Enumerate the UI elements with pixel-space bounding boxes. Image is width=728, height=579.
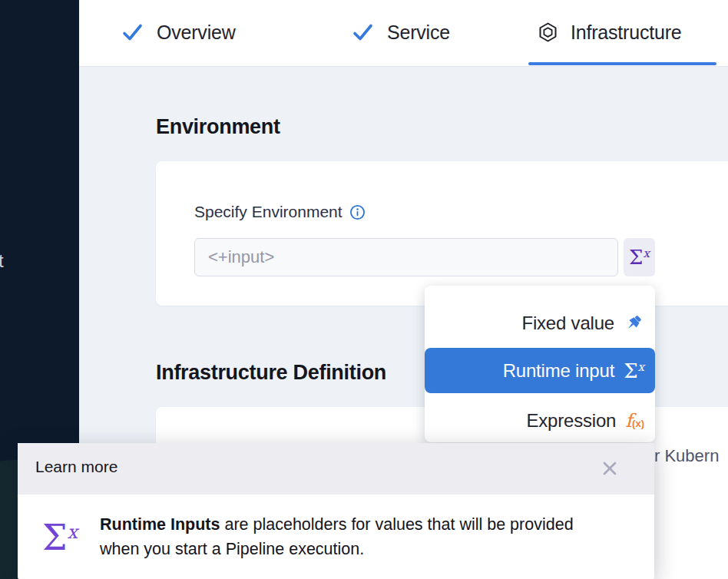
- sidebar-label-fragment: t: [0, 250, 4, 272]
- learn-more-body: Σx Runtime Inputs are placeholders for v…: [18, 495, 654, 579]
- pin-icon: [624, 313, 644, 334]
- tab-service-label: Service: [387, 22, 450, 44]
- dropdown-item-expression[interactable]: Expression f(x): [425, 399, 655, 442]
- infrastructure-section-title: Infrastructure Definition: [156, 361, 386, 385]
- environment-card: Specify Environment Σx: [156, 161, 728, 306]
- hexagon-icon: [538, 22, 558, 43]
- value-type-toggle-button[interactable]: Σx: [624, 238, 655, 276]
- dropdown-item-runtime-input[interactable]: Runtime input Σx: [425, 348, 655, 393]
- learn-more-header: Learn more: [18, 443, 654, 495]
- tab-infrastructure-label: Infrastructure: [571, 22, 681, 44]
- environment-input-row: Σx: [194, 238, 655, 276]
- sigma-x-icon: Σx: [42, 520, 78, 555]
- sigma-x-icon: Σx: [629, 247, 650, 267]
- value-type-dropdown: Fixed value Runtime input Σx Expression …: [425, 286, 655, 442]
- fixed-value-label: Fixed value: [521, 313, 614, 334]
- learn-more-popup: Learn more Σx Runtime Inputs are placeho…: [18, 443, 654, 579]
- tab-overview-label: Overview: [157, 22, 236, 44]
- check-icon: [121, 22, 144, 42]
- specify-environment-label-row: Specify Environment: [194, 203, 366, 221]
- app-screen: t Overview Service Infrastructure: [0, 0, 728, 579]
- info-icon[interactable]: [349, 204, 366, 220]
- runtime-inputs-description: Runtime Inputs are placeholders for valu…: [100, 512, 611, 561]
- check-icon: [352, 22, 374, 42]
- environment-input[interactable]: [194, 238, 618, 276]
- dropdown-item-fixed-value[interactable]: Fixed value: [425, 299, 655, 347]
- stage-tabbar: Overview Service Infrastructure: [79, 0, 728, 67]
- tab-service[interactable]: Service: [352, 0, 450, 65]
- sigma-x-icon: Σx: [624, 361, 644, 381]
- kubernetes-text-fragment: r Kubern: [654, 446, 719, 466]
- active-tab-underline: [528, 62, 716, 65]
- environment-section-title: Environment: [156, 115, 280, 139]
- specify-environment-label: Specify Environment: [194, 203, 342, 221]
- expression-label: Expression: [526, 410, 616, 432]
- runtime-input-label: Runtime input: [503, 360, 614, 382]
- tab-overview[interactable]: Overview: [121, 0, 236, 65]
- close-icon[interactable]: [601, 459, 619, 478]
- tab-infrastructure[interactable]: Infrastructure: [538, 0, 681, 65]
- fx-icon: f(x): [625, 412, 644, 430]
- learn-more-title: Learn more: [35, 458, 117, 476]
